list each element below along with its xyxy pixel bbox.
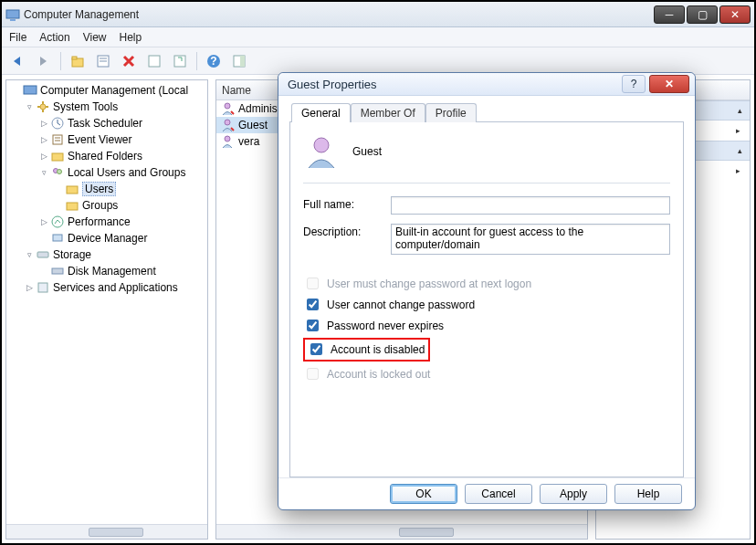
minimize-button[interactable]: ─	[654, 5, 685, 24]
dialog-titlebar: Guest Properties ? ✕	[278, 73, 695, 96]
apply-button[interactable]: Apply	[540, 484, 607, 504]
chk-account-disabled[interactable]: Account is disabled	[307, 341, 425, 358]
ok-button[interactable]: OK	[390, 484, 457, 504]
tabs: General Member Of Profile	[291, 103, 684, 122]
description-label: Description:	[303, 224, 376, 238]
svg-point-24	[52, 216, 63, 227]
svg-rect-0	[6, 10, 19, 18]
chk-never-expires[interactable]: Password never expires	[303, 317, 670, 334]
delete-icon[interactable]	[118, 50, 140, 72]
toolbar: ?	[2, 47, 754, 75]
svg-rect-27	[52, 268, 63, 274]
tree-system-tools[interactable]: System Tools	[8, 99, 207, 115]
divider	[303, 183, 670, 183]
full-name-input[interactable]	[391, 196, 670, 215]
list-cell-name: Guest	[238, 119, 268, 131]
tree-root[interactable]: Computer Management (Local	[8, 82, 207, 99]
svg-rect-1	[10, 19, 16, 21]
svg-rect-12	[240, 56, 245, 67]
back-button[interactable]	[7, 50, 29, 72]
svg-point-30	[225, 120, 230, 125]
svg-point-29	[225, 103, 230, 109]
svg-rect-28	[38, 283, 47, 292]
svg-rect-26	[37, 252, 48, 257]
description-input[interactable]	[391, 224, 670, 255]
menubar: File Action View Help	[2, 27, 754, 47]
tree-local-users-groups[interactable]: Local Users and Groups	[8, 164, 207, 181]
titlebar: Computer Management ─ ▢ ✕	[2, 2, 754, 27]
maximize-button[interactable]: ▢	[687, 5, 718, 24]
dialog-help-button[interactable]: ?	[622, 75, 646, 93]
tree[interactable]: Computer Management (Local System Tools …	[6, 80, 207, 524]
tree-hscroll[interactable]	[6, 524, 207, 539]
tree-storage[interactable]: Storage	[8, 246, 207, 263]
tree-pane: Computer Management (Local System Tools …	[5, 79, 208, 540]
user-avatar-icon	[303, 133, 340, 170]
svg-rect-16	[53, 135, 62, 144]
help-icon[interactable]: ?	[203, 50, 225, 72]
dialog-body: General Member Of Profile Guest Full nam…	[278, 96, 695, 477]
dialog-title: Guest Properties	[288, 78, 377, 91]
account-disabled-highlight: Account is disabled	[303, 338, 430, 362]
chk-locked-out-box	[307, 368, 319, 380]
cancel-button[interactable]: Cancel	[465, 484, 532, 504]
forward-button[interactable]	[33, 50, 55, 72]
chk-cannot-change[interactable]: User cannot change password	[303, 296, 670, 313]
guest-properties-dialog: Guest Properties ? ✕ General Member Of P…	[278, 72, 696, 510]
svg-rect-3	[72, 57, 77, 59]
svg-point-21	[58, 170, 62, 174]
svg-point-31	[225, 136, 230, 141]
tab-general[interactable]: General	[291, 103, 351, 122]
tree-event-viewer[interactable]: Event Viewer	[8, 131, 207, 148]
svg-rect-19	[52, 153, 63, 161]
dialog-close-button[interactable]: ✕	[649, 75, 689, 93]
help-button[interactable]: Help	[614, 484, 682, 504]
chk-must-change: User must change password at next logon	[303, 275, 670, 292]
menu-action[interactable]: Action	[39, 31, 69, 44]
user-icon	[220, 118, 235, 132]
tree-users[interactable]: Users	[8, 181, 207, 197]
full-name-label: Full name:	[303, 196, 376, 211]
chk-must-change-box	[307, 278, 319, 289]
svg-rect-23	[67, 203, 78, 210]
svg-rect-7	[149, 56, 160, 67]
tree-disk-management[interactable]: Disk Management	[8, 263, 207, 279]
window-title: Computer Management	[24, 8, 139, 21]
chk-account-disabled-box[interactable]	[310, 343, 322, 355]
menu-file[interactable]: File	[9, 31, 26, 44]
dialog-button-row: OK Cancel Apply Help	[278, 477, 695, 509]
list-hscroll[interactable]	[216, 524, 587, 539]
refresh-icon[interactable]	[143, 50, 165, 72]
properties-icon[interactable]	[92, 50, 114, 72]
svg-rect-25	[53, 235, 62, 241]
tree-shared-folders[interactable]: Shared Folders	[8, 148, 207, 164]
tree-task-scheduler[interactable]: Task Scheduler	[8, 115, 207, 131]
chk-locked-out: Account is locked out	[303, 365, 670, 383]
dialog-username: Guest	[352, 145, 382, 158]
svg-rect-13	[24, 86, 37, 94]
svg-point-32	[314, 138, 329, 152]
tab-profile[interactable]: Profile	[425, 103, 477, 122]
user-icon	[220, 134, 235, 149]
tree-groups[interactable]: Groups	[8, 197, 207, 214]
tab-general-page: Guest Full name: Description: User must …	[289, 121, 684, 477]
list-cell-name: vera	[238, 135, 259, 148]
tree-services-apps[interactable]: Services and Applications	[8, 279, 207, 296]
menu-help[interactable]: Help	[120, 31, 142, 44]
export-icon[interactable]	[169, 50, 191, 72]
app-icon	[5, 7, 20, 22]
user-icon	[220, 101, 235, 116]
tree-performance[interactable]: Performance	[8, 214, 207, 230]
action-pane-icon[interactable]	[228, 50, 250, 72]
chk-never-expires-box[interactable]	[307, 320, 319, 331]
tab-member-of[interactable]: Member Of	[351, 103, 425, 122]
tree-device-manager[interactable]: Device Manager	[8, 230, 207, 246]
svg-point-14	[40, 104, 46, 110]
menu-view[interactable]: View	[83, 31, 107, 44]
svg-rect-22	[67, 186, 78, 194]
up-icon[interactable]	[67, 50, 89, 72]
chk-cannot-change-box[interactable]	[307, 299, 319, 310]
close-button[interactable]: ✕	[719, 5, 751, 24]
svg-text:?: ?	[210, 55, 216, 68]
